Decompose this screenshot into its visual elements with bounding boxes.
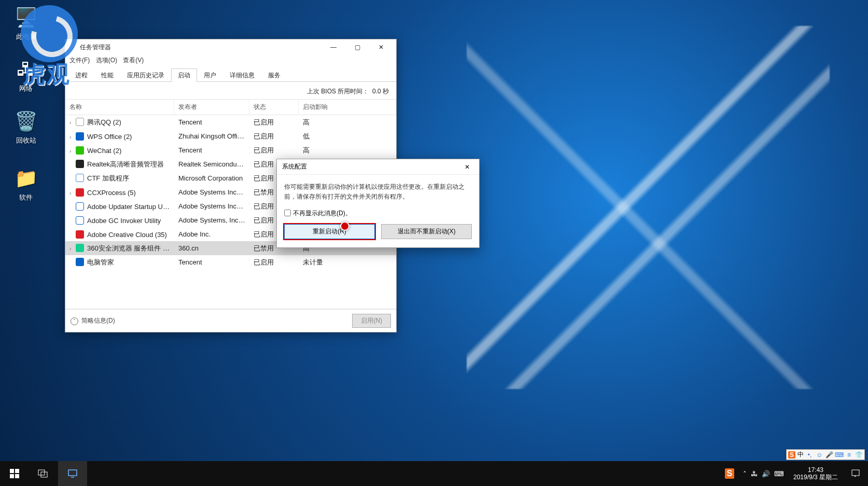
desktop-icon-software[interactable]: 📁 软件 xyxy=(5,166,47,202)
menu-file[interactable]: 文件(F) xyxy=(69,57,90,64)
desktop-label: 软件 xyxy=(5,193,47,202)
dialog-message: 你可能需要重新启动你的计算机以便应用这些更改。在重新启动之前，请保存所有打开的文… xyxy=(277,175,479,207)
taskbar-app-active[interactable] xyxy=(58,461,87,486)
tray-ime-icon[interactable]: ⌨ xyxy=(774,470,784,478)
tab-5[interactable]: 详细信息 xyxy=(223,68,261,82)
desktop-icon-network[interactable]: 🖧 网络 xyxy=(5,57,47,93)
action-center-button[interactable] xyxy=(843,461,868,486)
tab-6[interactable]: 服务 xyxy=(261,68,287,82)
tab-0[interactable]: 进程 xyxy=(68,68,94,82)
chevron-up-icon: ˄ xyxy=(71,317,78,325)
ime-emoji-icon[interactable]: ☺ xyxy=(816,451,823,459)
col-impact[interactable]: 启动影响 xyxy=(299,100,396,115)
table-row[interactable]: 电脑管家Tencent已启用未计量 xyxy=(65,255,396,269)
menubar: 文件(F) 选项(O) 查看(V) xyxy=(65,55,396,66)
table-row[interactable]: ›腾讯QQ (2)Tencent已启用高 xyxy=(65,115,396,129)
taskview-icon xyxy=(38,469,49,478)
sogou-icon[interactable]: S xyxy=(788,451,795,459)
taskbar-clock[interactable]: 17:43 2019/9/3 星期二 xyxy=(788,466,843,481)
minimize-button[interactable]: — xyxy=(321,39,345,55)
exit-without-restart-button[interactable]: 退出而不重新启动(X) xyxy=(381,224,472,239)
col-name[interactable]: 名称 xyxy=(65,100,174,115)
table-row[interactable]: ›WPS Office (2)Zhuhai Kingsoft Office...… xyxy=(65,129,396,143)
app-icon xyxy=(68,43,77,51)
enable-button[interactable]: 启用(N) xyxy=(352,314,391,328)
fewer-details-button[interactable]: ˄简略信息(D) xyxy=(71,316,352,325)
desktop-label: 网络 xyxy=(5,84,47,93)
dont-show-checkbox[interactable]: 不再显示此消息(D)。 xyxy=(284,210,352,217)
svg-rect-6 xyxy=(68,470,77,476)
maximize-button[interactable]: ▢ xyxy=(345,39,369,55)
menu-options[interactable]: 选项(O) xyxy=(96,57,117,64)
dialog-title: 系统配置 xyxy=(282,162,460,171)
ime-settings-icon[interactable]: ≡ xyxy=(845,451,853,459)
desktop-label: 此电脑 xyxy=(5,32,47,41)
restart-button[interactable]: 重新启动(R) xyxy=(284,224,375,239)
recycle-icon: 🗑️ xyxy=(13,109,38,134)
svg-rect-2 xyxy=(10,474,14,478)
table-row[interactable]: ›WeChat (2)Tencent已启用高 xyxy=(65,143,396,157)
notification-icon xyxy=(851,469,860,478)
start-button[interactable] xyxy=(0,461,29,486)
col-publisher[interactable]: 发布者 xyxy=(174,100,249,115)
tab-2[interactable]: 应用历史记录 xyxy=(120,68,171,82)
desktop-icon-recycle[interactable]: 🗑️ 回收站 xyxy=(5,109,47,145)
taskbar: S ˄ 🖧 🔊 ⌨ 17:43 2019/9/3 星期二 xyxy=(0,461,868,486)
close-button[interactable]: ✕ xyxy=(369,39,393,55)
ime-toolbar[interactable]: S 中 •, ☺ 🎤 ⌨ ≡ 👕 xyxy=(786,449,865,460)
svg-rect-5 xyxy=(41,472,47,477)
pc-icon: 🖥️ xyxy=(13,5,38,30)
tray-network-icon[interactable]: 🖧 xyxy=(751,470,758,478)
task-view-button[interactable] xyxy=(29,461,58,486)
svg-rect-4 xyxy=(38,470,45,475)
svg-rect-8 xyxy=(852,470,859,476)
desktop-label: 回收站 xyxy=(5,136,47,145)
footer: ˄简略信息(D) 启用(N) xyxy=(65,309,396,332)
tray-chevron-icon[interactable]: ˄ xyxy=(743,470,747,478)
ime-skin-icon[interactable]: 👕 xyxy=(855,451,863,459)
svg-rect-1 xyxy=(15,469,19,473)
network-icon: 🖧 xyxy=(13,57,38,82)
titlebar[interactable]: 任务管理器 — ▢ ✕ xyxy=(65,39,396,55)
tab-3[interactable]: 启动 xyxy=(171,68,197,82)
ime-mic-icon[interactable]: 🎤 xyxy=(825,451,833,459)
ime-punct-icon[interactable]: •, xyxy=(806,451,814,459)
ime-keyboard-icon[interactable]: ⌨ xyxy=(835,451,843,459)
svg-rect-3 xyxy=(15,474,19,478)
tray-volume-icon[interactable]: 🔊 xyxy=(762,470,770,478)
tab-1[interactable]: 性能 xyxy=(94,68,120,82)
cursor-highlight xyxy=(340,221,349,231)
column-headers: 名称 发布者 状态 启动影响 xyxy=(65,99,396,115)
monitor-icon xyxy=(68,469,77,478)
windows-icon xyxy=(10,469,19,478)
window-title: 任务管理器 xyxy=(80,43,321,52)
system-config-dialog: 系统配置 ✕ 你可能需要重新启动你的计算机以便应用这些更改。在重新启动之前，请保… xyxy=(276,159,480,248)
desktop-icon-this-pc[interactable]: 🖥️ 此电脑 xyxy=(5,5,47,41)
col-status[interactable]: 状态 xyxy=(249,100,299,115)
taskbar-sogou[interactable]: S xyxy=(720,461,739,486)
tab-4[interactable]: 用户 xyxy=(197,68,223,82)
svg-rect-0 xyxy=(10,469,14,473)
tab-bar: 进程性能应用历史记录启动用户详细信息服务 xyxy=(65,68,396,82)
dialog-close-button[interactable]: ✕ xyxy=(460,163,474,171)
ime-lang[interactable]: 中 xyxy=(797,450,804,459)
bios-time: 上次 BIOS 所用时间： 0.0 秒 xyxy=(65,86,396,99)
folder-icon: 📁 xyxy=(13,166,38,191)
menu-view[interactable]: 查看(V) xyxy=(123,57,144,64)
